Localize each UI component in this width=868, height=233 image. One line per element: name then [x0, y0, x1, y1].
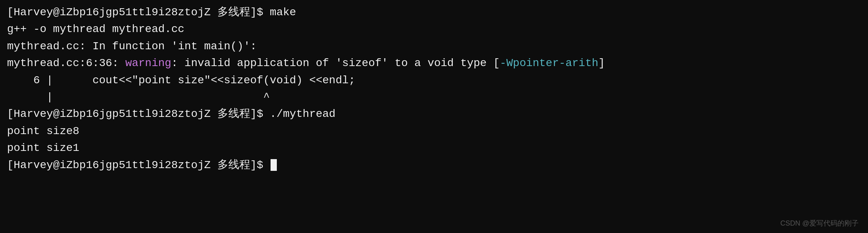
terminal-line-1: [Harvey@iZbp16jgp51ttl9i28ztojZ 多线程]$ ma… — [7, 4, 861, 21]
terminal-line-3: mythread.cc: In function 'int main()': — [7, 38, 861, 55]
line3-part1: mythread.cc: In function — [7, 40, 171, 52]
terminal-line-9: point size1 — [7, 140, 861, 156]
terminal-line-4: mythread.cc:6:36: warning: invalid appli… — [7, 55, 861, 72]
line4-part3: : invalid application of — [171, 57, 335, 69]
terminal-line-8: point size8 — [7, 123, 861, 140]
terminal-line-10: [Harvey@iZbp16jgp51ttl9i28ztojZ 多线程]$ — [7, 157, 861, 174]
terminal: [Harvey@iZbp16jgp51ttl9i28ztojZ 多线程]$ ma… — [0, 0, 868, 233]
line4-part5: to a void type [ — [388, 57, 500, 69]
line4-flag: -Wpointer-arith — [500, 57, 598, 69]
terminal-prompt: [Harvey@iZbp16jgp51ttl9i28ztojZ 多线程]$ — [7, 159, 270, 171]
line4-part1: mythread.cc:6:36: — [7, 57, 125, 69]
line4-warning: warning — [125, 57, 171, 69]
terminal-line-5: 6 | cout<<"point size"<<sizeof(void) <<e… — [7, 72, 861, 89]
line4-sizeof: 'sizeof' — [335, 57, 388, 69]
terminal-line-2: g++ -o mythread mythread.cc — [7, 21, 861, 38]
terminal-line-6: | ^ — [7, 89, 861, 106]
line3-part2: 'int main()': — [171, 40, 256, 52]
terminal-line-7: [Harvey@iZbp16jgp51ttl9i28ztojZ 多线程]$ ./… — [7, 106, 861, 122]
watermark: CSDN @爱写代码的刚子 — [780, 218, 859, 229]
line4-part7: ] — [598, 57, 605, 69]
terminal-cursor — [271, 159, 277, 171]
